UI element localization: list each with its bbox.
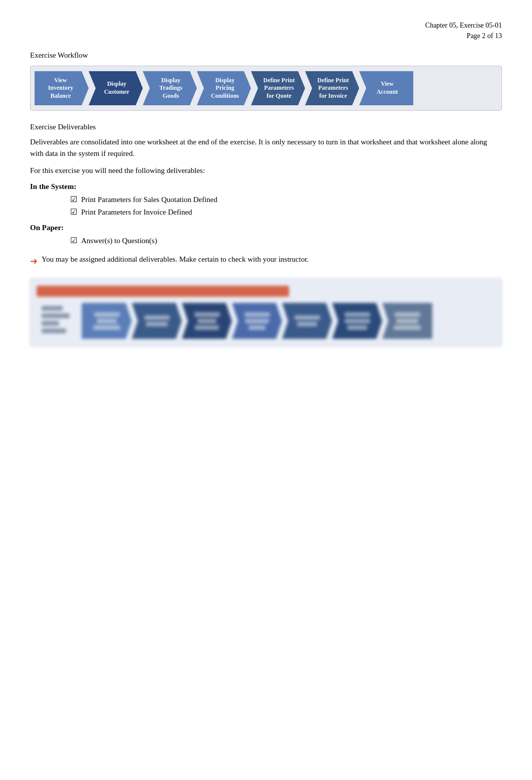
blurred-step-6: [332, 303, 382, 339]
workflow-step-3-label: DisplayTradingsGoods: [159, 77, 182, 100]
deliverables-intro2: For this exercise you will need the foll…: [30, 165, 502, 176]
blurred-step-1-line1: [94, 312, 120, 317]
workflow-step-7: ViewAccount: [359, 71, 413, 105]
blurred-line-1: [42, 306, 63, 311]
workflow-step-4: DisplayPricingConditions: [197, 71, 251, 105]
workflow-section-title: Exercise Workflow: [30, 51, 502, 60]
in-system-checklist: ☑ Print Parameters for Sales Quotation D…: [30, 193, 502, 219]
workflow-step-5-label: Define PrintParametersfor Quote: [263, 77, 295, 100]
workflow-diagram: ViewInventoryBalance DisplayCustomer Dis…: [30, 66, 502, 111]
in-system-section: In the System: ☑ Print Parameters for Sa…: [30, 182, 502, 219]
on-paper-item-1-text: Answer(s) to Question(s): [81, 235, 157, 247]
blurred-step-5-line1: [295, 315, 320, 320]
blurred-step-2-line2: [146, 322, 168, 326]
on-paper-label: On Paper:: [30, 224, 502, 232]
workflow-step-2: DisplayCustomer: [89, 71, 143, 105]
blurred-step-6-line1: [345, 312, 370, 317]
workflow-step-6: Define PrintParametersfor Invoice: [305, 71, 359, 105]
blurred-workflow: [37, 303, 495, 339]
blurred-step-1: [82, 303, 132, 339]
checkbox-icon-1: ☑: [70, 193, 77, 206]
checklist-item-2: ☑ Print Parameters for Invoice Defined: [70, 206, 502, 219]
workflow-step-3: DisplayTradingsGoods: [143, 71, 197, 105]
page-header: Chapter 05, Exercise 05-01 Page 2 of 13: [30, 20, 502, 41]
blurred-step-1-line3: [93, 325, 120, 330]
workflow-step-1-label: ViewInventoryBalance: [48, 77, 74, 100]
checklist-item-2-text: Print Parameters for Invoice Defined: [81, 206, 192, 218]
deliverables-intro1: Deliverables are consolidated into one w…: [30, 136, 502, 159]
blurred-step-7-line1: [395, 312, 420, 317]
checkbox-icon-2: ☑: [70, 206, 77, 219]
blurred-left-info: [37, 303, 82, 339]
workflow-step-7-label: ViewAccount: [377, 80, 398, 96]
checklist-item-1: ☑ Print Parameters for Sales Quotation D…: [70, 193, 502, 206]
arrow-right-icon: ➜: [30, 255, 38, 268]
blurred-content-section: [30, 278, 502, 346]
blurred-header-bar: [37, 286, 289, 297]
blurred-step-4-line2: [245, 319, 269, 323]
blurred-step-4: [232, 303, 282, 339]
workflow-step-4-label: DisplayPricingConditions: [211, 77, 239, 100]
blurred-step-3-line3: [195, 325, 219, 330]
additional-deliverables-note: ➜ You may be assigned additional deliver…: [30, 254, 502, 268]
blurred-step-3: [182, 303, 232, 339]
blurred-line-3: [42, 321, 59, 326]
workflow-step-5: Define PrintParametersfor Quote: [251, 71, 305, 105]
deliverables-title: Exercise Deliverables: [30, 123, 502, 131]
on-paper-item-1: ☑ Answer(s) to Question(s): [70, 234, 502, 247]
blurred-step-1-line2: [97, 319, 117, 323]
note-text: You may be assigned additional deliverab…: [42, 254, 309, 265]
on-paper-checklist: ☑ Answer(s) to Question(s): [30, 234, 502, 247]
workflow-step-2-label: DisplayCustomer: [104, 80, 130, 96]
checkbox-icon-3: ☑: [70, 234, 77, 247]
blurred-line-4: [42, 328, 66, 333]
blurred-step-6-line2: [345, 319, 370, 323]
blurred-step-7-line2: [396, 319, 418, 323]
blurred-step-4-line1: [244, 312, 270, 317]
chapter-line2: Page 2 of 13: [30, 31, 502, 41]
blurred-step-7: [382, 303, 432, 339]
workflow-step-1: ViewInventoryBalance: [35, 71, 89, 105]
blurred-step-3-line2: [197, 319, 216, 323]
blurred-step-4-line3: [248, 325, 265, 330]
blurred-step-7-line3: [394, 325, 421, 330]
workflow-step-6-label: Define PrintParametersfor Invoice: [318, 77, 349, 100]
on-paper-section: On Paper: ☑ Answer(s) to Question(s): [30, 224, 502, 247]
blurred-step-2: [132, 303, 182, 339]
in-system-label: In the System:: [30, 182, 502, 191]
blurred-line-2: [42, 313, 70, 318]
blurred-step-5: [282, 303, 332, 339]
blurred-step-2-line1: [144, 315, 170, 320]
blurred-step-3-line1: [194, 312, 220, 317]
blurred-step-6-line3: [347, 325, 368, 330]
checklist-item-1-text: Print Parameters for Sales Quotation Def…: [81, 193, 217, 206]
chapter-line1: Chapter 05, Exercise 05-01: [30, 20, 502, 31]
blurred-step-5-line2: [297, 322, 318, 326]
deliverables-section: Exercise Deliverables Deliverables are c…: [30, 123, 502, 268]
